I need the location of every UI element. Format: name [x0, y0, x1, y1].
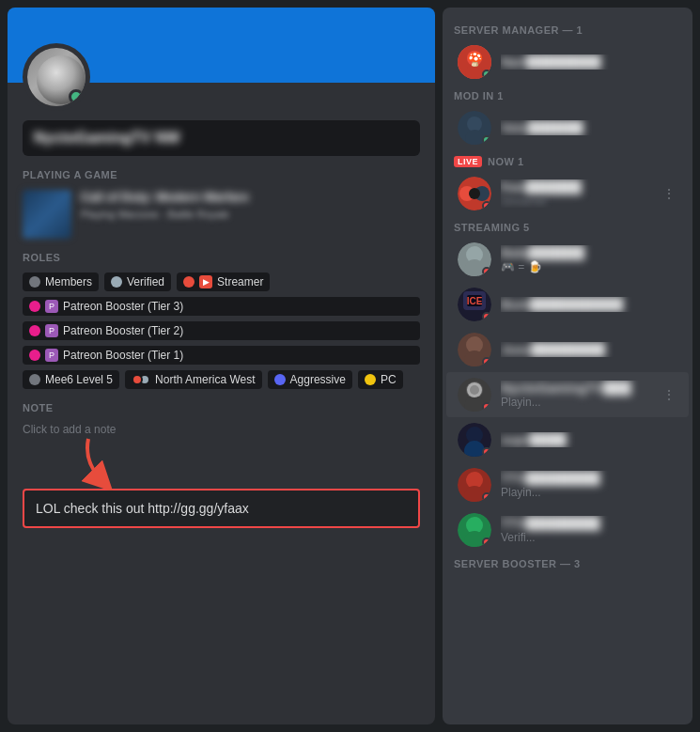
- member-status: Verifi...: [501, 531, 677, 544]
- list-item[interactable]: TTV████████ Verifi...: [446, 507, 689, 553]
- list-item[interactable]: TTV████████ Playin...: [446, 462, 689, 507]
- member-name: Bala██████: [501, 245, 677, 260]
- profile-content: NyctoGamingTV NW PLAYING A GAME Call of …: [8, 83, 435, 554]
- avatar-container: [23, 43, 90, 111]
- status-dot-streaming: [482, 357, 491, 366]
- arrow-container: [23, 444, 420, 489]
- category-streaming: STREAMING 5: [443, 216, 692, 237]
- avatar: [458, 111, 491, 145]
- username: NyctoGamingTV NW: [34, 130, 409, 147]
- avatar: [458, 378, 491, 412]
- role-label: Verified: [127, 275, 164, 288]
- category-live-now: LIVE NOW 1: [443, 150, 692, 171]
- list-item[interactable]: Voic██████: [446, 105, 689, 150]
- role-north-america-west: North America West: [125, 370, 261, 389]
- status-dot-streaming: [482, 492, 491, 502]
- role-dot: [29, 374, 40, 385]
- member-status: Playin...: [501, 486, 677, 499]
- svg-point-6: [467, 117, 482, 132]
- role-label: Patreon Booster (Tier 2): [63, 324, 183, 337]
- roles-grid: Members Verified ▶ Streamer P Patreo: [23, 273, 420, 389]
- role-icon: ▶: [199, 275, 212, 288]
- game-thumbnail: [23, 190, 71, 239]
- role-label: Patreon Booster (Tier 1): [63, 349, 183, 362]
- avatar: [458, 177, 491, 210]
- list-item[interactable]: supr████: [446, 417, 689, 462]
- arrow-icon: [79, 434, 135, 491]
- note-input[interactable]: LOL check this out http://gg.gg/yfaax: [23, 489, 420, 528]
- role-label: Patreon Booster (Tier 3): [63, 300, 183, 313]
- svg-text:ICE: ICE: [467, 296, 483, 306]
- online-status-badge: [69, 89, 84, 104]
- role-dot: [29, 301, 40, 312]
- list-item[interactable]: Bala██████ 🎮 = 🍺: [446, 237, 689, 282]
- role-patreon-tier3: P Patreon Booster (Tier 3): [23, 297, 420, 316]
- list-item[interactable]: 🍄 Nari████████: [446, 39, 689, 85]
- playing-section: PLAYING A GAME Call of Duty: Modern Warf…: [23, 169, 420, 239]
- role-icon: P: [45, 349, 58, 362]
- role-dot-1: [132, 374, 143, 385]
- note-text: LOL check this out http://gg.gg/yfaax: [36, 501, 249, 516]
- list-item[interactable]: ICE Bum██████████: [446, 282, 689, 327]
- member-status: Streamer: [501, 195, 651, 208]
- live-badge: LIVE: [454, 156, 482, 167]
- role-dot: [183, 276, 194, 288]
- member-info: Nari████████: [501, 55, 677, 70]
- game-info: Call of Duty: Modern Warfare Playing War…: [81, 190, 420, 221]
- role-dot: [29, 350, 40, 361]
- role-label: Members: [45, 275, 92, 288]
- role-dot: [365, 374, 376, 385]
- role-label: Aggressive: [290, 373, 346, 386]
- member-info: Juss████████: [501, 342, 677, 357]
- category-server-manager: SERVER MANAGER — 1: [443, 19, 692, 39]
- member-info: fran██████ Streamer: [501, 179, 651, 208]
- role-label: PC: [381, 373, 397, 386]
- role-dot: [29, 325, 40, 336]
- role-icon: P: [45, 300, 58, 313]
- member-info: Voic██████: [501, 120, 677, 135]
- list-item[interactable]: Juss████████: [446, 327, 689, 372]
- role-icon: P: [45, 324, 58, 337]
- category-server-booster: SERVER BOOSTER — 3: [443, 553, 692, 573]
- member-info: TTV████████ Verifi...: [501, 516, 677, 544]
- member-status: Playin...: [501, 396, 651, 409]
- avatar: [458, 423, 491, 457]
- role-aggressive: Aggressive: [268, 370, 352, 389]
- status-dot-streaming: [482, 201, 491, 210]
- status-dot: [482, 135, 491, 145]
- member-info: NyctoGamingTV███ Playin...: [501, 381, 651, 409]
- svg-point-11: [469, 188, 480, 199]
- member-info: Bum██████████: [501, 297, 677, 312]
- role-verified: Verified: [104, 273, 171, 291]
- note-section: NOTE Click to add a note LOL check this …: [23, 402, 420, 528]
- role-dot: [29, 276, 40, 288]
- action-icon: ⋮: [661, 386, 677, 403]
- playing-label: PLAYING A GAME: [23, 169, 420, 180]
- members-panel: SERVER MANAGER — 1 🍄 Nari████████ MOD IN…: [443, 8, 692, 724]
- status-dot-streaming: [482, 312, 491, 321]
- status-dot-streaming: [482, 402, 491, 412]
- member-actions: ⋮: [661, 185, 677, 202]
- avatar: [458, 333, 491, 366]
- avatar: ICE: [458, 288, 491, 321]
- svg-point-26: [470, 385, 479, 395]
- category-mod: MOD IN 1: [443, 85, 692, 105]
- member-name: Nari████████: [501, 55, 677, 70]
- member-info: supr████: [501, 432, 677, 447]
- roles-section: ROLES Members Verified ▶ Streamer: [23, 252, 420, 389]
- username-block: NyctoGamingTV NW: [23, 120, 420, 156]
- role-label: North America West: [155, 373, 255, 386]
- status-dot-streaming: [482, 447, 491, 457]
- game-thumb-img: [23, 190, 71, 239]
- svg-text:🍄: 🍄: [467, 52, 484, 68]
- member-name: Bum██████████: [501, 297, 677, 312]
- list-item[interactable]: fran██████ Streamer ⋮: [446, 171, 689, 216]
- member-name: Voic██████: [501, 120, 677, 135]
- avatar: [23, 43, 90, 111]
- member-name: fran██████: [501, 179, 651, 195]
- avatar: 🍄: [458, 45, 491, 79]
- member-actions: ⋮: [661, 386, 677, 403]
- role-label: Mee6 Level 5: [45, 373, 113, 386]
- member-name: supr████: [501, 432, 677, 447]
- list-item-active[interactable]: NyctoGamingTV███ Playin... ⋮: [446, 372, 689, 417]
